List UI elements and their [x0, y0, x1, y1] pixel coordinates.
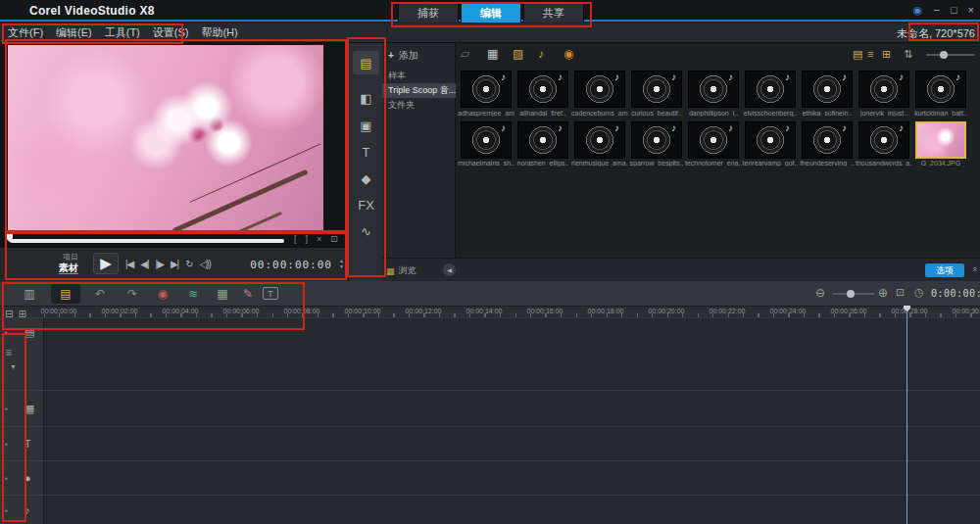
add-media-button[interactable]: +添加 — [388, 49, 418, 63]
mark-out-icon[interactable]: ] — [306, 234, 309, 244]
add-media-label[interactable]: 添加 — [399, 50, 418, 61]
audio-thumbnail[interactable]: ♪ — [631, 71, 682, 108]
audio-thumbnail[interactable]: ♪ — [688, 71, 739, 108]
audio-thumbnail[interactable]: ♪ — [631, 121, 682, 159]
next-frame-button[interactable]: |▶ — [156, 259, 164, 269]
video-filter-icon[interactable]: ▦ — [487, 47, 498, 61]
folder-filter-icon[interactable]: ▱ — [461, 47, 469, 61]
library-nav-item[interactable]: 文件夹 — [382, 98, 456, 113]
voice-track-row[interactable] — [44, 460, 980, 495]
end-button[interactable]: ▶| — [171, 259, 178, 269]
track-options-icon[interactable]: ≣ — [5, 348, 13, 357]
menu-item[interactable]: 帮助(H) — [201, 25, 237, 40]
audio-thumbnail[interactable]: ♪ — [461, 71, 512, 108]
grid-view-icon[interactable]: ⊞ — [882, 48, 891, 61]
audio-thumbnail[interactable]: ♪ — [517, 71, 568, 108]
thumbnail-size-slider[interactable] — [926, 54, 975, 56]
enlarge-preview-icon[interactable]: ⊡ — [330, 234, 338, 244]
menu-item[interactable]: 文件(F) — [8, 25, 43, 40]
thumbnail-slider-knob[interactable] — [940, 51, 948, 59]
music-track-header[interactable]: ▪♪ — [0, 495, 44, 524]
record-disc-icon — [812, 125, 842, 155]
overlay-icon[interactable]: ▣ — [353, 114, 379, 137]
overlay-track-header[interactable]: ▪▦ — [0, 390, 44, 426]
window-close-icon[interactable]: × — [968, 3, 974, 17]
repeat-button[interactable]: ↻ — [185, 259, 192, 269]
music-track-row[interactable] — [44, 495, 980, 524]
track-enable-icon[interactable]: ▪ — [5, 440, 8, 449]
graphic-icon[interactable]: ◆ — [353, 167, 379, 190]
mode-project-label[interactable]: 项目 — [59, 252, 78, 262]
volume-button[interactable]: ◁)) — [200, 259, 211, 269]
collapse-nav-button[interactable]: ◀ — [443, 263, 456, 276]
track-enable-icon[interactable]: ▪ — [5, 505, 8, 514]
window-minimize-icon[interactable]: − — [933, 3, 939, 17]
sort-icon[interactable]: ⇅ — [904, 48, 912, 61]
plus-icon[interactable]: + — [388, 50, 394, 61]
video-track-row[interactable] — [44, 317, 980, 390]
options-button[interactable]: 选项 — [925, 263, 964, 277]
audio-thumbnail[interactable]: ♪ — [745, 71, 796, 108]
timeline-panel: ⊖ ⊕ ⊡ ◷ 0:00:00:00 ▥▤↶↷◉≋▦✎T ⊟⊞ ▪ ▪ ▪ 00… — [0, 281, 980, 524]
window-help-globe-icon[interactable]: ◉ — [913, 3, 923, 17]
menu-item[interactable]: 编辑(E) — [56, 25, 92, 40]
audio-thumbnail[interactable]: ♪ — [802, 71, 853, 108]
track-enable-icon[interactable]: ▪ — [5, 474, 8, 483]
voice-track-header[interactable]: ▪● — [0, 460, 44, 495]
scrub-bar[interactable] — [10, 239, 284, 243]
audio-thumbnail[interactable]: ♪ — [574, 71, 625, 108]
video-track-header[interactable]: ▪▤≣▼ — [0, 317, 44, 390]
expand-options-icon[interactable]: « — [969, 266, 979, 271]
tab-step[interactable]: 共享 — [523, 2, 584, 23]
audio-thumbnail[interactable]: ♪ — [517, 121, 568, 159]
motion-path-icon[interactable]: ∿ — [353, 219, 379, 243]
title-track-header[interactable]: ▪T — [0, 426, 44, 460]
library-nav-item[interactable]: Triple Scoop 音... — [382, 83, 456, 98]
audio-filter-icon[interactable]: ♪ — [538, 47, 544, 61]
media-library-icon[interactable]: ▤ — [353, 51, 379, 74]
audio-thumbnail[interactable]: ♪ — [461, 121, 512, 159]
overlay-track-row[interactable] — [44, 390, 980, 426]
audio-thumbnail[interactable]: ♪ — [858, 121, 909, 159]
record-filter-icon[interactable]: ◉ — [564, 47, 573, 61]
library-nav-item[interactable]: 样本 — [382, 69, 456, 83]
browse-button[interactable]: ▦ 浏览 — [386, 264, 416, 277]
thumbnail-view-icon[interactable]: ▤ — [853, 48, 862, 61]
track-enable-icon[interactable]: ▪ — [5, 328, 8, 337]
photo-thumbnail-selected[interactable] — [915, 121, 966, 159]
transition-icon[interactable]: ◧ — [353, 86, 379, 110]
split-clip-icon[interactable]: × — [317, 234, 321, 244]
player-timecode[interactable]: 00:00:00:00 — [250, 259, 332, 271]
mark-in-icon[interactable]: [ — [294, 234, 297, 244]
window-restore-icon[interactable]: □ — [951, 3, 957, 17]
expand-tracks-icon[interactable]: ▼ — [10, 363, 17, 370]
stepper-down-icon[interactable]: ▼ — [339, 263, 344, 269]
browse-label[interactable]: 浏览 — [399, 264, 416, 277]
timecode-stepper[interactable]: ▲ ▼ — [339, 258, 344, 269]
tab-step[interactable]: 捕获 — [398, 2, 459, 23]
title-icon[interactable]: T — [353, 140, 379, 164]
play-button[interactable]: ▶ — [93, 253, 119, 274]
mode-clip-label[interactable]: 素材 — [59, 262, 78, 274]
filter-icon[interactable]: FX — [353, 193, 379, 216]
record-disc-icon — [585, 125, 614, 155]
audio-thumbnail[interactable]: ♪ — [688, 121, 739, 159]
track-enable-icon[interactable]: ▪ — [5, 405, 8, 413]
playback-mode-toggle[interactable]: 项目 素材 — [59, 252, 78, 274]
list-view-icon[interactable]: ≡ — [867, 48, 873, 60]
playhead[interactable] — [906, 306, 907, 524]
audio-thumbnail[interactable]: ♪ — [858, 71, 909, 108]
audio-thumbnail[interactable]: ♪ — [915, 71, 966, 108]
music-note-icon: ♪ — [614, 122, 619, 133]
audio-thumbnail[interactable]: ♪ — [802, 121, 853, 159]
menu-item[interactable]: 设置(S) — [153, 25, 189, 40]
tab-step[interactable]: 编辑 — [461, 2, 521, 23]
home-button[interactable]: |◀ — [125, 259, 133, 269]
menu-item[interactable]: 工具(T) — [105, 25, 140, 40]
audio-thumbnail[interactable]: ♪ — [745, 121, 796, 159]
title-track-row[interactable] — [44, 426, 980, 460]
record-disc-icon — [926, 74, 956, 104]
prev-frame-button[interactable]: ◀| — [140, 259, 148, 269]
audio-thumbnail[interactable]: ♪ — [574, 121, 625, 159]
photo-filter-icon[interactable]: ▨ — [513, 47, 523, 61]
